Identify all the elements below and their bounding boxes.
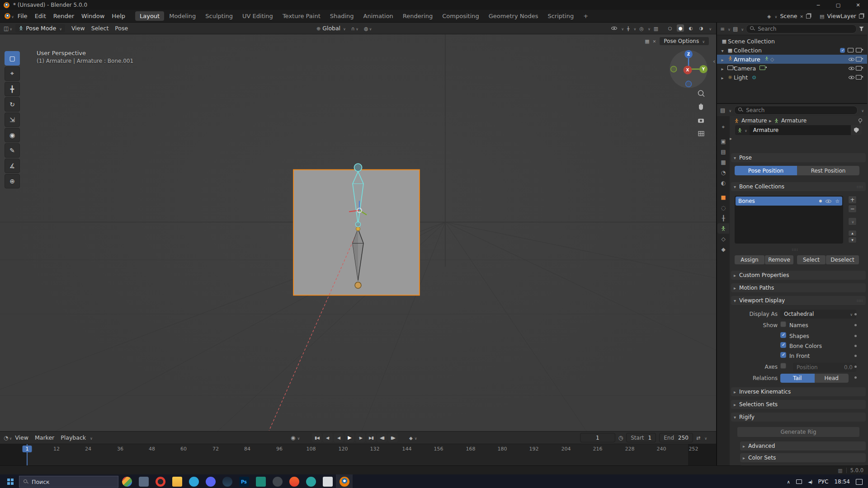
sync-chevron[interactable] [703, 434, 707, 441]
tail-button[interactable]: Tail [780, 374, 815, 383]
display-as-dropdown[interactable]: Octahedral [780, 310, 856, 319]
axes-position-slider[interactable]: Position 0.0 [793, 363, 856, 372]
blender-menu-icon[interactable] [5, 13, 10, 19]
taskbar-telegram[interactable] [185, 474, 202, 488]
viewport-display-panel-header[interactable]: Viewport Display [731, 296, 866, 305]
snap-chevron[interactable] [355, 25, 359, 32]
rigify-panel-header[interactable]: Rigify [731, 413, 866, 422]
current-frame-field[interactable]: 1 [580, 433, 615, 442]
remove-collection-button[interactable] [848, 205, 857, 213]
timeline-editor-icon[interactable] [4, 434, 8, 441]
mode-selector[interactable]: Pose Mode [15, 24, 65, 33]
menu-window[interactable]: Window [78, 10, 108, 22]
collection-specials-button[interactable] [848, 217, 857, 225]
timeline-menu-view[interactable]: View [12, 434, 32, 441]
editor-type-icon[interactable] [4, 25, 9, 32]
taskbar-app-light[interactable] [319, 474, 336, 488]
select-box-tool[interactable]: ▢ [5, 51, 20, 66]
orientation-dropdown[interactable]: Global [316, 25, 346, 32]
pose-panel-header[interactable]: Pose [731, 153, 866, 162]
properties-editor-icon[interactable] [720, 107, 725, 113]
visibility-icon[interactable] [611, 26, 617, 31]
sync-icon[interactable] [696, 434, 700, 441]
taskbar-app-gray[interactable] [269, 474, 286, 488]
keying-set-icon[interactable] [409, 434, 413, 441]
timeline-ruler[interactable]: 12 24 36 48 60 72 84 96 108 120 132 144 … [0, 444, 716, 465]
properties-editor-chevron[interactable] [728, 107, 731, 113]
tab-object-data-armature[interactable] [717, 223, 729, 234]
orthographic-toggle-icon[interactable] [698, 131, 704, 136]
tab-shading[interactable]: Shading [326, 11, 359, 21]
taskbar-browser-red[interactable] [152, 474, 169, 488]
proportional-edit-toggle[interactable] [364, 25, 372, 32]
outliner-row-armature[interactable]: Armature ◇ [717, 55, 867, 64]
tab-sculpting[interactable]: Sculpting [201, 11, 237, 21]
tab-output[interactable]: ▤ [717, 146, 729, 157]
outliner-editor-icon[interactable] [720, 25, 725, 32]
axis-y-neg-ball[interactable] [671, 66, 677, 72]
grid-icon[interactable] [645, 38, 649, 44]
animate-dot[interactable] [854, 324, 857, 326]
tab-bone[interactable]: ◇ [717, 234, 729, 244]
outliner-row-scene-collection[interactable]: ▦ Scene Collection [717, 37, 867, 46]
bone-collections-panel-header[interactable]: Bone Collections [731, 182, 866, 191]
step-back-button[interactable]: ◀▮ [377, 433, 387, 442]
properties-search-input[interactable]: Search [734, 106, 858, 115]
taskbar-brave[interactable] [286, 474, 302, 488]
tab-animation[interactable]: Animation [359, 11, 398, 21]
minimize-button[interactable]: ─ [808, 0, 828, 10]
rest-position-button[interactable]: Rest Position [797, 166, 859, 175]
scene-icon[interactable] [767, 13, 771, 19]
expand-icon[interactable] [721, 47, 726, 54]
start-frame-field[interactable]: Start 1 [626, 433, 656, 442]
filter-icon[interactable] [859, 27, 864, 31]
auto-key-chevron[interactable] [296, 434, 300, 441]
gizmos-icon[interactable] [627, 25, 629, 32]
region-toggle-arrow[interactable] [713, 58, 715, 65]
auto-key-record-icon[interactable] [291, 434, 295, 441]
render-visibility-icon[interactable] [856, 48, 862, 52]
new-viewlayer-icon[interactable] [859, 14, 863, 19]
tab-scripting[interactable]: Scripting [543, 11, 578, 21]
annotate-tool[interactable]: ✎ [5, 143, 20, 158]
display-mode-chevron[interactable] [740, 25, 744, 32]
unlink-scene-icon[interactable] [800, 13, 804, 19]
menu-file[interactable]: File [14, 10, 31, 22]
jump-to-end-button[interactable]: ▶▮ [366, 433, 376, 442]
pan-hand-icon[interactable] [699, 103, 703, 110]
add-workspace-button[interactable]: + [579, 11, 593, 21]
chevron-down-icon[interactable] [10, 13, 14, 19]
language-indicator[interactable]: РУС [818, 479, 828, 485]
breadcrumb-data[interactable]: Armature [781, 117, 807, 124]
menu-view[interactable]: View [68, 25, 88, 32]
menu-pose[interactable]: Pose [112, 25, 131, 32]
datablock-browse-button[interactable] [735, 125, 750, 135]
names-checkbox[interactable] [780, 321, 786, 327]
jump-to-start-button[interactable]: ▮◀ [312, 433, 322, 442]
tab-rendering[interactable]: Rendering [398, 11, 437, 21]
taskbar-photoshop[interactable]: Ps [236, 474, 252, 488]
pose-options-dropdown[interactable]: Pose Options [659, 37, 709, 46]
axis-z-neg-ball[interactable] [686, 81, 692, 87]
expand-icon[interactable] [721, 74, 726, 81]
selection-sets-panel-header[interactable]: Selection Sets [731, 400, 866, 409]
step-forward-button[interactable]: ▮▶ [388, 433, 398, 442]
bone-colors-checkbox-label[interactable]: Bone Colors [789, 343, 822, 349]
display-mode-icon[interactable] [733, 25, 738, 32]
select-button[interactable]: Select [797, 255, 826, 264]
tab-constraints[interactable]: ╂ [717, 213, 729, 223]
taskbar-file-explorer[interactable] [169, 474, 185, 488]
next-keyframe-button[interactable]: ·▶ [355, 433, 365, 442]
close-button[interactable]: ✕ [848, 0, 868, 10]
taskbar-app-cyan[interactable] [302, 474, 319, 488]
tab-physics[interactable]: ◌ [717, 202, 729, 213]
tab-texture-paint[interactable]: Texture Paint [278, 11, 325, 21]
bone-tail-sphere[interactable] [355, 282, 361, 288]
pose-position-button[interactable]: Pose Position [735, 166, 797, 175]
timeline-editor-chevron[interactable] [8, 434, 12, 441]
tab-layout[interactable]: Layout [135, 11, 164, 21]
move-up-button[interactable] [848, 230, 857, 236]
tab-tool[interactable]: ⌖ [717, 122, 729, 132]
names-checkbox-label[interactable]: Names [789, 322, 808, 328]
xray-toggle-icon[interactable] [654, 25, 658, 32]
